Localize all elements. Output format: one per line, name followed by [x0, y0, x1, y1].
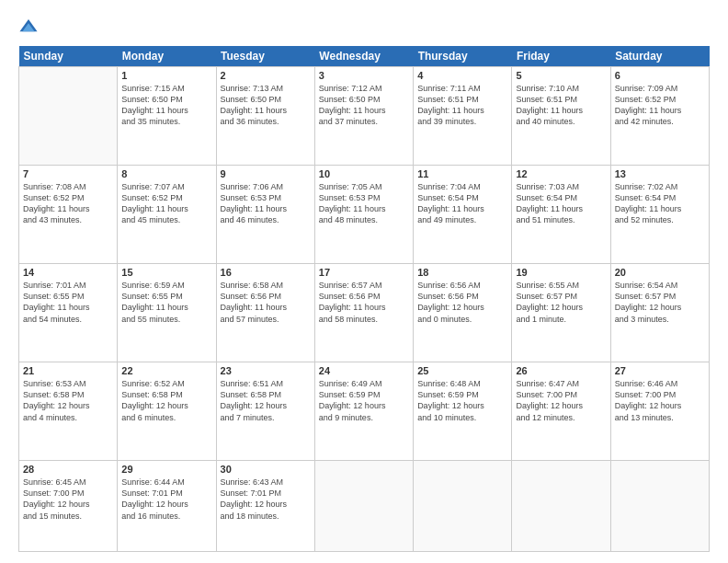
date-number: 24: [319, 365, 409, 376]
cell-info: Sunrise: 6:51 AM Sunset: 6:58 PM Dayligh…: [221, 378, 311, 423]
cell-info: Sunrise: 6:58 AM Sunset: 6:56 PM Dayligh…: [221, 280, 311, 325]
calendar-cell: 14Sunrise: 7:01 AM Sunset: 6:55 PM Dayli…: [19, 264, 118, 362]
calendar-cell: 23Sunrise: 6:51 AM Sunset: 6:58 PM Dayli…: [216, 362, 314, 461]
date-number: 7: [23, 168, 113, 179]
cell-info: Sunrise: 6:43 AM Sunset: 7:01 PM Dayligh…: [221, 477, 311, 522]
date-number: 15: [121, 267, 211, 278]
col-header-thursday: Thursday: [414, 46, 512, 67]
calendar-cell: 10Sunrise: 7:05 AM Sunset: 6:53 PM Dayli…: [314, 166, 413, 264]
calendar-cell: [414, 461, 512, 552]
date-number: 28: [23, 464, 113, 475]
calendar-cell: 22Sunrise: 6:52 AM Sunset: 6:58 PM Dayli…: [118, 362, 216, 461]
cell-info: Sunrise: 6:49 AM Sunset: 6:59 PM Dayligh…: [319, 378, 409, 423]
date-number: 29: [121, 464, 211, 475]
logo: [18, 17, 40, 37]
week-row-1: 1Sunrise: 7:15 AM Sunset: 6:50 PM Daylig…: [19, 67, 710, 166]
calendar-cell: 7Sunrise: 7:08 AM Sunset: 6:52 PM Daylig…: [19, 166, 118, 264]
cell-info: Sunrise: 7:10 AM Sunset: 6:51 PM Dayligh…: [516, 83, 606, 128]
calendar-cell: 2Sunrise: 7:13 AM Sunset: 6:50 PM Daylig…: [216, 67, 314, 166]
cell-info: Sunrise: 7:03 AM Sunset: 6:54 PM Dayligh…: [516, 181, 606, 226]
cell-info: Sunrise: 6:55 AM Sunset: 6:57 PM Dayligh…: [516, 280, 606, 325]
cell-info: Sunrise: 7:04 AM Sunset: 6:54 PM Dayligh…: [417, 181, 507, 226]
calendar-cell: 29Sunrise: 6:44 AM Sunset: 7:01 PM Dayli…: [118, 461, 216, 552]
cell-info: Sunrise: 7:09 AM Sunset: 6:52 PM Dayligh…: [615, 83, 705, 128]
calendar-cell: 9Sunrise: 7:06 AM Sunset: 6:53 PM Daylig…: [216, 166, 314, 264]
date-number: 18: [417, 267, 507, 278]
calendar-cell: 21Sunrise: 6:53 AM Sunset: 6:58 PM Dayli…: [19, 362, 118, 461]
col-header-saturday: Saturday: [610, 46, 709, 67]
date-number: 4: [417, 70, 507, 81]
cell-info: Sunrise: 7:08 AM Sunset: 6:52 PM Dayligh…: [23, 181, 113, 226]
date-number: 16: [221, 267, 311, 278]
cell-info: Sunrise: 7:13 AM Sunset: 6:50 PM Dayligh…: [221, 83, 311, 128]
col-header-wednesday: Wednesday: [314, 46, 413, 67]
calendar-cell: 27Sunrise: 6:46 AM Sunset: 7:00 PM Dayli…: [610, 362, 709, 461]
calendar-cell: 11Sunrise: 7:04 AM Sunset: 6:54 PM Dayli…: [414, 166, 512, 264]
cell-info: Sunrise: 6:54 AM Sunset: 6:57 PM Dayligh…: [615, 280, 705, 325]
cell-info: Sunrise: 6:48 AM Sunset: 6:59 PM Dayligh…: [417, 378, 507, 423]
date-number: 8: [121, 168, 211, 179]
calendar-cell: 24Sunrise: 6:49 AM Sunset: 6:59 PM Dayli…: [314, 362, 413, 461]
calendar-cell: 25Sunrise: 6:48 AM Sunset: 6:59 PM Dayli…: [414, 362, 512, 461]
calendar-cell: 28Sunrise: 6:45 AM Sunset: 7:00 PM Dayli…: [19, 461, 118, 552]
date-number: 11: [417, 168, 507, 179]
cell-info: Sunrise: 6:46 AM Sunset: 7:00 PM Dayligh…: [615, 378, 705, 423]
calendar-cell: 12Sunrise: 7:03 AM Sunset: 6:54 PM Dayli…: [512, 166, 610, 264]
col-header-tuesday: Tuesday: [216, 46, 314, 67]
calendar-cell: 8Sunrise: 7:07 AM Sunset: 6:52 PM Daylig…: [118, 166, 216, 264]
cell-info: Sunrise: 7:05 AM Sunset: 6:53 PM Dayligh…: [319, 181, 409, 226]
week-row-5: 28Sunrise: 6:45 AM Sunset: 7:00 PM Dayli…: [19, 461, 710, 552]
calendar-cell: 26Sunrise: 6:47 AM Sunset: 7:00 PM Dayli…: [512, 362, 610, 461]
col-header-monday: Monday: [118, 46, 216, 67]
calendar-cell: 13Sunrise: 7:02 AM Sunset: 6:54 PM Dayli…: [610, 166, 709, 264]
calendar-cell: [512, 461, 610, 552]
date-number: 12: [516, 168, 606, 179]
calendar-cell: 5Sunrise: 7:10 AM Sunset: 6:51 PM Daylig…: [512, 67, 610, 166]
logo-icon: [18, 17, 39, 37]
date-number: 23: [221, 365, 311, 376]
calendar-cell: [314, 461, 413, 552]
date-number: 5: [516, 70, 606, 81]
calendar-cell: 16Sunrise: 6:58 AM Sunset: 6:56 PM Dayli…: [216, 264, 314, 362]
cell-info: Sunrise: 6:47 AM Sunset: 7:00 PM Dayligh…: [516, 378, 606, 423]
cell-info: Sunrise: 6:56 AM Sunset: 6:56 PM Dayligh…: [417, 280, 507, 325]
calendar-cell: 3Sunrise: 7:12 AM Sunset: 6:50 PM Daylig…: [314, 67, 413, 166]
date-number: 2: [221, 70, 311, 81]
cell-info: Sunrise: 7:07 AM Sunset: 6:52 PM Dayligh…: [121, 181, 211, 226]
page-header: [18, 17, 710, 37]
cell-info: Sunrise: 6:59 AM Sunset: 6:55 PM Dayligh…: [121, 280, 211, 325]
date-number: 21: [23, 365, 113, 376]
cell-info: Sunrise: 6:45 AM Sunset: 7:00 PM Dayligh…: [23, 477, 113, 522]
calendar-cell: [610, 461, 709, 552]
cell-info: Sunrise: 6:57 AM Sunset: 6:56 PM Dayligh…: [319, 280, 409, 325]
date-number: 27: [615, 365, 705, 376]
col-header-friday: Friday: [512, 46, 610, 67]
header-row: SundayMondayTuesdayWednesdayThursdayFrid…: [19, 46, 710, 67]
date-number: 6: [615, 70, 705, 81]
date-number: 30: [221, 464, 311, 475]
calendar-cell: 15Sunrise: 6:59 AM Sunset: 6:55 PM Dayli…: [118, 264, 216, 362]
calendar-page: SundayMondayTuesdayWednesdayThursdayFrid…: [0, 0, 728, 563]
week-row-3: 14Sunrise: 7:01 AM Sunset: 6:55 PM Dayli…: [19, 264, 710, 362]
calendar-cell: 4Sunrise: 7:11 AM Sunset: 6:51 PM Daylig…: [414, 67, 512, 166]
cell-info: Sunrise: 7:06 AM Sunset: 6:53 PM Dayligh…: [221, 181, 311, 226]
date-number: 19: [516, 267, 606, 278]
calendar-cell: 1Sunrise: 7:15 AM Sunset: 6:50 PM Daylig…: [118, 67, 216, 166]
cell-info: Sunrise: 7:12 AM Sunset: 6:50 PM Dayligh…: [319, 83, 409, 128]
date-number: 17: [319, 267, 409, 278]
cell-info: Sunrise: 7:11 AM Sunset: 6:51 PM Dayligh…: [417, 83, 507, 128]
calendar-table: SundayMondayTuesdayWednesdayThursdayFrid…: [18, 46, 710, 552]
cell-info: Sunrise: 6:52 AM Sunset: 6:58 PM Dayligh…: [121, 378, 211, 423]
cell-info: Sunrise: 6:53 AM Sunset: 6:58 PM Dayligh…: [23, 378, 113, 423]
calendar-cell: [19, 67, 118, 166]
date-number: 22: [121, 365, 211, 376]
calendar-cell: 18Sunrise: 6:56 AM Sunset: 6:56 PM Dayli…: [414, 264, 512, 362]
date-number: 10: [319, 168, 409, 179]
date-number: 9: [221, 168, 311, 179]
date-number: 1: [121, 70, 211, 81]
col-header-sunday: Sunday: [19, 46, 118, 67]
cell-info: Sunrise: 7:02 AM Sunset: 6:54 PM Dayligh…: [615, 181, 705, 226]
cell-info: Sunrise: 6:44 AM Sunset: 7:01 PM Dayligh…: [121, 477, 211, 522]
date-number: 14: [23, 267, 113, 278]
date-number: 26: [516, 365, 606, 376]
